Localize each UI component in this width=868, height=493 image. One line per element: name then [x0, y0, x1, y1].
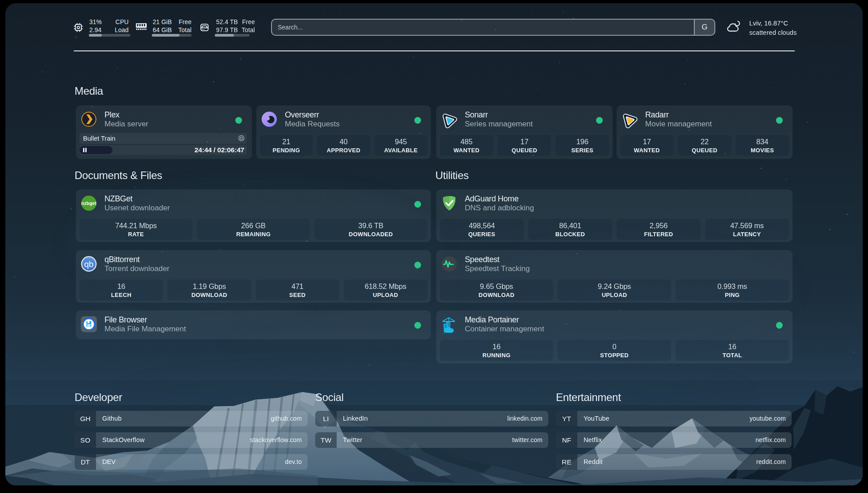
- svg-text:qb: qb: [84, 259, 93, 269]
- svg-text:nzbget: nzbget: [81, 201, 96, 206]
